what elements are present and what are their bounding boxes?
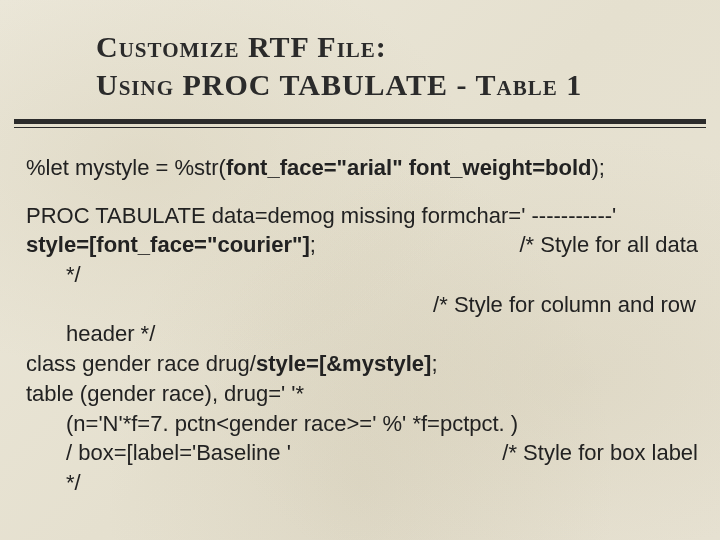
slide-title-block: Customize RTF File: Using PROC TABULATE … xyxy=(0,0,720,111)
code-text: class gender race drug/ xyxy=(26,351,256,376)
code-left: style=[font_face="courier"]; xyxy=(26,230,316,260)
code-bold: font_face="arial" font_weight=bold xyxy=(226,155,592,180)
title-line-1: Customize RTF File: xyxy=(96,28,660,66)
code-line-2: PROC TABULATE data=demog missing formcha… xyxy=(26,201,698,231)
code-line-5: /* Style for column and row xyxy=(26,290,698,320)
code-left: / box=[label='Baseline ' xyxy=(66,438,291,468)
code-text: %let mystyle = %str( xyxy=(26,155,226,180)
code-line-7: class gender race drug/style=[&mystyle]; xyxy=(26,349,698,379)
code-line-6: header */ xyxy=(66,319,698,349)
code-bold: style=[font_face="courier"] xyxy=(26,232,310,257)
code-line-10: / box=[label='Baseline ' /* Style for bo… xyxy=(66,438,698,468)
code-line-3: style=[font_face="courier"]; /* Style fo… xyxy=(26,230,698,260)
code-block-2: PROC TABULATE data=demog missing formcha… xyxy=(26,201,698,498)
title-underline xyxy=(0,117,720,135)
code-text: ; xyxy=(310,232,316,257)
thin-rule xyxy=(14,127,706,128)
code-comment: /* Style for box label xyxy=(502,438,698,468)
code-text: ); xyxy=(591,155,604,180)
thick-rule xyxy=(14,119,706,124)
code-line-11: */ xyxy=(66,468,698,498)
code-bold: style=[&mystyle] xyxy=(256,351,431,376)
code-line-4: */ xyxy=(66,260,698,290)
code-line-9: (n='N'*f=7. pctn<gender race>=' %' *f=pc… xyxy=(66,409,698,439)
slide-body: %let mystyle = %str(font_face="arial" fo… xyxy=(0,135,720,498)
code-line-1: %let mystyle = %str(font_face="arial" fo… xyxy=(26,153,698,183)
code-comment: /* Style for all data xyxy=(519,230,698,260)
code-text: ; xyxy=(431,351,437,376)
title-line-2: Using PROC TABULATE - Table 1 xyxy=(96,66,660,104)
code-line-8: table (gender race), drug=' '* xyxy=(26,379,698,409)
